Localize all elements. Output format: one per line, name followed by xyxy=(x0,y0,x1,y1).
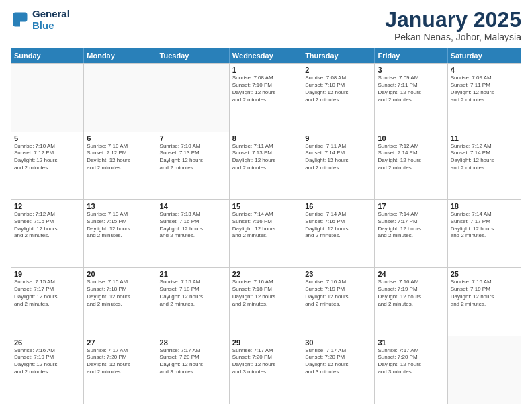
day-number: 1 xyxy=(232,66,299,74)
calendar-cell: 30Sunrise: 7:17 AM Sunset: 7:20 PM Dayli… xyxy=(302,336,375,404)
day-number: 10 xyxy=(378,134,444,142)
calendar-cell: 27Sunrise: 7:17 AM Sunset: 7:20 PM Dayli… xyxy=(84,336,157,404)
calendar-cell: 7Sunrise: 7:10 AM Sunset: 7:13 PM Daylig… xyxy=(157,132,230,199)
day-info: Sunrise: 7:12 AM Sunset: 7:14 PM Dayligh… xyxy=(451,143,518,172)
day-number: 29 xyxy=(232,338,299,347)
day-info: Sunrise: 7:09 AM Sunset: 7:11 PM Dayligh… xyxy=(378,75,444,103)
day-info: Sunrise: 7:14 AM Sunset: 7:17 PM Dayligh… xyxy=(451,211,518,240)
calendar-header-cell: Friday xyxy=(375,48,447,63)
day-info: Sunrise: 7:14 AM Sunset: 7:16 PM Dayligh… xyxy=(232,211,299,240)
day-info: Sunrise: 7:13 AM Sunset: 7:15 PM Dayligh… xyxy=(87,211,153,240)
calendar-cell: 9Sunrise: 7:11 AM Sunset: 7:14 PM Daylig… xyxy=(302,132,375,199)
calendar-row: 26Sunrise: 7:16 AM Sunset: 7:19 PM Dayli… xyxy=(11,336,521,404)
calendar-cell: 10Sunrise: 7:12 AM Sunset: 7:14 PM Dayli… xyxy=(375,132,447,199)
calendar-cell: 11Sunrise: 7:12 AM Sunset: 7:14 PM Dayli… xyxy=(448,132,521,199)
calendar-cell: 20Sunrise: 7:15 AM Sunset: 7:18 PM Dayli… xyxy=(84,268,157,335)
day-number: 21 xyxy=(160,270,226,278)
day-number: 25 xyxy=(451,270,518,278)
day-info: Sunrise: 7:16 AM Sunset: 7:19 PM Dayligh… xyxy=(451,279,518,308)
calendar-cell xyxy=(11,64,84,131)
calendar-cell: 16Sunrise: 7:14 AM Sunset: 7:16 PM Dayli… xyxy=(302,200,375,267)
day-number: 16 xyxy=(305,202,371,210)
page: General Blue January 2025 Pekan Nenas, J… xyxy=(0,0,532,411)
day-info: Sunrise: 7:12 AM Sunset: 7:14 PM Dayligh… xyxy=(378,143,444,172)
day-info: Sunrise: 7:10 AM Sunset: 7:12 PM Dayligh… xyxy=(14,143,81,172)
calendar-cell: 8Sunrise: 7:11 AM Sunset: 7:13 PM Daylig… xyxy=(230,132,302,199)
calendar-cell: 14Sunrise: 7:13 AM Sunset: 7:16 PM Dayli… xyxy=(157,200,230,267)
calendar-cell: 18Sunrise: 7:14 AM Sunset: 7:17 PM Dayli… xyxy=(448,200,521,267)
day-info: Sunrise: 7:17 AM Sunset: 7:20 PM Dayligh… xyxy=(305,347,371,376)
calendar-cell: 1Sunrise: 7:08 AM Sunset: 7:10 PM Daylig… xyxy=(230,64,302,131)
day-number: 6 xyxy=(87,134,153,142)
day-number: 7 xyxy=(160,134,226,142)
day-info: Sunrise: 7:16 AM Sunset: 7:19 PM Dayligh… xyxy=(305,279,371,308)
calendar-cell: 6Sunrise: 7:10 AM Sunset: 7:12 PM Daylig… xyxy=(84,132,157,199)
day-number: 13 xyxy=(87,202,153,210)
title-area: January 2025 Pekan Nenas, Johor, Malaysi… xyxy=(385,8,521,42)
calendar-header-cell: Monday xyxy=(84,48,157,63)
calendar-cell: 22Sunrise: 7:16 AM Sunset: 7:18 PM Dayli… xyxy=(230,268,302,335)
calendar-cell: 24Sunrise: 7:16 AM Sunset: 7:19 PM Dayli… xyxy=(375,268,447,335)
calendar-cell: 2Sunrise: 7:08 AM Sunset: 7:10 PM Daylig… xyxy=(302,64,375,131)
calendar-cell xyxy=(84,64,157,131)
logo-text: General Blue xyxy=(32,8,70,32)
day-info: Sunrise: 7:17 AM Sunset: 7:20 PM Dayligh… xyxy=(87,347,153,376)
day-info: Sunrise: 7:14 AM Sunset: 7:16 PM Dayligh… xyxy=(305,211,371,240)
location-title: Pekan Nenas, Johor, Malaysia xyxy=(385,32,521,42)
calendar-cell: 15Sunrise: 7:14 AM Sunset: 7:16 PM Dayli… xyxy=(230,200,302,267)
calendar-header-cell: Wednesday xyxy=(230,48,302,63)
calendar-header-cell: Saturday xyxy=(448,48,521,63)
calendar-cell: 28Sunrise: 7:17 AM Sunset: 7:20 PM Dayli… xyxy=(157,336,230,404)
calendar-cell: 21Sunrise: 7:15 AM Sunset: 7:18 PM Dayli… xyxy=(157,268,230,335)
calendar-cell: 12Sunrise: 7:12 AM Sunset: 7:15 PM Dayli… xyxy=(11,200,84,267)
day-number: 24 xyxy=(378,270,444,278)
header: General Blue January 2025 Pekan Nenas, J… xyxy=(11,8,521,42)
day-info: Sunrise: 7:15 AM Sunset: 7:17 PM Dayligh… xyxy=(14,279,81,308)
day-number: 3 xyxy=(378,66,444,74)
calendar-header-cell: Thursday xyxy=(302,48,375,63)
calendar-cell: 31Sunrise: 7:17 AM Sunset: 7:20 PM Dayli… xyxy=(375,336,447,404)
logo-area: General Blue xyxy=(11,8,70,32)
calendar-header-cell: Tuesday xyxy=(157,48,230,63)
calendar-cell: 13Sunrise: 7:13 AM Sunset: 7:15 PM Dayli… xyxy=(84,200,157,267)
calendar-cell: 3Sunrise: 7:09 AM Sunset: 7:11 PM Daylig… xyxy=(375,64,447,131)
day-info: Sunrise: 7:17 AM Sunset: 7:20 PM Dayligh… xyxy=(160,347,226,376)
day-info: Sunrise: 7:17 AM Sunset: 7:20 PM Dayligh… xyxy=(232,347,299,376)
day-number: 11 xyxy=(451,134,518,142)
calendar-cell: 19Sunrise: 7:15 AM Sunset: 7:17 PM Dayli… xyxy=(11,268,84,335)
day-number: 31 xyxy=(378,338,444,347)
calendar-cell: 23Sunrise: 7:16 AM Sunset: 7:19 PM Dayli… xyxy=(302,268,375,335)
calendar-cell xyxy=(157,64,230,131)
day-info: Sunrise: 7:15 AM Sunset: 7:18 PM Dayligh… xyxy=(87,279,153,308)
day-info: Sunrise: 7:14 AM Sunset: 7:17 PM Dayligh… xyxy=(378,211,444,240)
day-info: Sunrise: 7:16 AM Sunset: 7:19 PM Dayligh… xyxy=(14,347,81,376)
day-number: 20 xyxy=(87,270,153,278)
day-info: Sunrise: 7:09 AM Sunset: 7:11 PM Dayligh… xyxy=(451,75,518,103)
day-info: Sunrise: 7:15 AM Sunset: 7:18 PM Dayligh… xyxy=(160,279,226,308)
calendar-row: 1Sunrise: 7:08 AM Sunset: 7:10 PM Daylig… xyxy=(11,63,521,131)
day-number: 19 xyxy=(14,270,81,278)
logo-icon xyxy=(11,10,30,29)
day-number: 22 xyxy=(232,270,299,278)
calendar: SundayMondayTuesdayWednesdayThursdayFrid… xyxy=(11,48,521,404)
day-info: Sunrise: 7:16 AM Sunset: 7:19 PM Dayligh… xyxy=(378,279,444,308)
day-info: Sunrise: 7:11 AM Sunset: 7:14 PM Dayligh… xyxy=(305,143,371,172)
calendar-cell xyxy=(448,336,521,404)
day-info: Sunrise: 7:10 AM Sunset: 7:12 PM Dayligh… xyxy=(87,143,153,172)
day-number: 18 xyxy=(451,202,518,210)
day-number: 30 xyxy=(305,338,371,347)
month-title: January 2025 xyxy=(385,8,521,32)
day-info: Sunrise: 7:08 AM Sunset: 7:10 PM Dayligh… xyxy=(305,75,371,103)
day-number: 12 xyxy=(14,202,81,210)
day-info: Sunrise: 7:08 AM Sunset: 7:10 PM Dayligh… xyxy=(232,75,299,103)
day-number: 28 xyxy=(160,338,226,347)
calendar-row: 19Sunrise: 7:15 AM Sunset: 7:17 PM Dayli… xyxy=(11,267,521,335)
day-info: Sunrise: 7:13 AM Sunset: 7:16 PM Dayligh… xyxy=(160,211,226,240)
calendar-cell: 5Sunrise: 7:10 AM Sunset: 7:12 PM Daylig… xyxy=(11,132,84,199)
day-number: 2 xyxy=(305,66,371,74)
day-number: 14 xyxy=(160,202,226,210)
day-number: 27 xyxy=(87,338,153,347)
day-number: 26 xyxy=(14,338,81,347)
calendar-cell: 29Sunrise: 7:17 AM Sunset: 7:20 PM Dayli… xyxy=(230,336,302,404)
day-info: Sunrise: 7:10 AM Sunset: 7:13 PM Dayligh… xyxy=(160,143,226,172)
